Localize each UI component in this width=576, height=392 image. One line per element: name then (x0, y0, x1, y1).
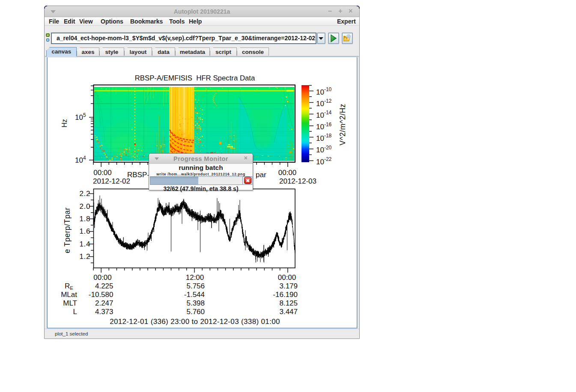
svg-text:2.247: 2.247 (95, 299, 113, 307)
svg-text:RBSP-A/EMFISIS HFR Spectra Da: RBSP-A/EMFISIS HFR Spectra Data (135, 74, 255, 82)
svg-text:2012-12-03: 2012-12-03 (279, 177, 316, 185)
svg-text:par: par (256, 171, 266, 179)
svg-text:00:00: 00:00 (93, 169, 112, 177)
svg-text:RE: RE (65, 282, 73, 291)
svg-text:10-22: 10-22 (316, 156, 332, 166)
svg-text:2012-12-01 (336) 23:00 to 2012: 2012-12-01 (336) 23:00 to 2012-12-03 (33… (110, 318, 280, 326)
svg-text:10-20: 10-20 (316, 145, 332, 154)
svg-text:L: L (73, 308, 77, 316)
svg-text:5.760: 5.760 (186, 308, 205, 316)
svg-text:104: 104 (75, 155, 86, 165)
svg-text:8.125: 8.125 (279, 299, 298, 307)
svg-text:10-18: 10-18 (316, 133, 332, 143)
svg-text:1.8: 1.8 (80, 215, 90, 223)
svg-text:12:00: 12:00 (186, 273, 204, 282)
svg-text:00:00: 00:00 (278, 169, 297, 177)
svg-text:-16.190: -16.190 (273, 291, 298, 299)
svg-text:4.373: 4.373 (95, 308, 113, 316)
svg-text:3.179: 3.179 (279, 282, 298, 290)
svg-text:4.225: 4.225 (95, 282, 113, 290)
svg-text:10-12: 10-12 (316, 98, 332, 108)
svg-text:V^2/m^2/Hz: V^2/m^2/Hz (338, 104, 347, 145)
svg-text:3.447: 3.447 (279, 308, 298, 316)
svg-text:1.6: 1.6 (80, 227, 90, 235)
svg-text:MLT: MLT (63, 299, 77, 307)
svg-text:10-10: 10-10 (316, 86, 332, 96)
svg-text:1.4: 1.4 (80, 240, 90, 248)
svg-text:10-16: 10-16 (316, 122, 332, 131)
svg-text:e Tperp/Tpar: e Tperp/Tpar (63, 207, 72, 253)
svg-text:1.2: 1.2 (80, 252, 90, 261)
svg-text:5.756: 5.756 (186, 282, 205, 290)
svg-text:-1.544: -1.544 (184, 291, 205, 299)
svg-text:2.2: 2.2 (80, 190, 90, 198)
svg-text:2.0: 2.0 (80, 202, 90, 211)
svg-text:10-14: 10-14 (316, 110, 332, 119)
svg-text:MLat: MLat (61, 291, 77, 299)
svg-text:5.398: 5.398 (186, 299, 205, 307)
svg-text:00:00: 00:00 (278, 273, 296, 282)
svg-text:105: 105 (75, 112, 86, 122)
svg-text:Hz: Hz (61, 119, 68, 128)
svg-text:-10.580: -10.580 (89, 291, 113, 299)
svg-text:00:00: 00:00 (93, 273, 112, 282)
svg-text:2012-12-02: 2012-12-02 (93, 177, 130, 185)
